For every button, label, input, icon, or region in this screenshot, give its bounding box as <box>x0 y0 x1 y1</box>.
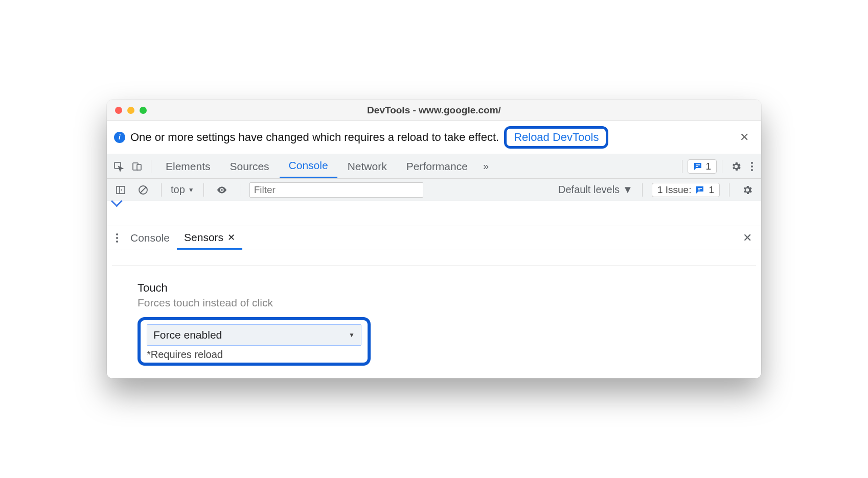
context-selector[interactable]: top ▼ <box>171 184 194 196</box>
separator <box>203 183 204 197</box>
kebab-menu-icon[interactable] <box>746 162 758 171</box>
window-title: DevTools - www.google.com/ <box>107 105 761 116</box>
drawer-tab-sensors[interactable]: Sensors ✕ <box>177 226 242 250</box>
main-toolbar: Elements Sources Console Network Perform… <box>107 154 761 179</box>
issues-counter[interactable]: 1 <box>688 159 717 174</box>
close-window-button[interactable] <box>115 107 122 114</box>
select-value: Force enabled <box>153 329 222 341</box>
svg-rect-9 <box>698 189 700 190</box>
more-tabs-button[interactable]: » <box>478 160 494 172</box>
tab-sources[interactable]: Sources <box>221 154 279 178</box>
devtools-window: DevTools - www.google.com/ i One or more… <box>107 100 761 378</box>
svg-rect-4 <box>696 166 698 167</box>
separator <box>151 160 151 173</box>
info-icon: i <box>114 132 125 143</box>
separator <box>722 160 722 173</box>
console-settings-gear-icon[interactable] <box>739 181 756 199</box>
separator <box>682 160 682 173</box>
issues-count: 1 <box>705 161 711 172</box>
dismiss-infobar-button[interactable]: ✕ <box>735 129 754 146</box>
dropdown-arrow-icon: ▼ <box>349 331 355 339</box>
issues-pill[interactable]: 1 Issue: 1 <box>652 183 720 197</box>
context-label: top <box>171 184 185 196</box>
issues-label: 1 Issue: <box>657 184 692 196</box>
svg-rect-3 <box>696 164 700 165</box>
dropdown-arrow-icon: ▼ <box>623 184 633 196</box>
info-message: One or more settings have changed which … <box>130 131 499 144</box>
drawer-tabbar: Console Sensors ✕ ✕ <box>107 226 761 250</box>
highlighted-setting: Force enabled ▼ *Requires reload <box>138 317 371 366</box>
divider <box>112 378 756 378</box>
close-drawer-button[interactable]: ✕ <box>738 229 757 247</box>
reload-devtools-button[interactable]: Reload DevTools <box>504 126 608 149</box>
svg-rect-2 <box>137 164 141 170</box>
device-toolbar-icon[interactable] <box>128 158 146 175</box>
svg-rect-8 <box>698 188 702 189</box>
tab-network[interactable]: Network <box>338 154 396 178</box>
setting-title: Touch <box>138 281 730 295</box>
dropdown-arrow-icon: ▼ <box>188 186 194 194</box>
message-icon <box>695 185 704 195</box>
separator <box>240 183 240 197</box>
levels-label: Default levels <box>558 184 620 196</box>
touch-mode-select[interactable]: Force enabled ▼ <box>147 324 361 346</box>
log-levels-selector[interactable]: Default levels ▼ <box>558 184 633 196</box>
settings-gear-icon[interactable] <box>727 158 745 175</box>
drawer-kebab-menu-icon[interactable] <box>111 233 123 243</box>
requires-reload-note: *Requires reload <box>147 349 361 361</box>
console-output <box>107 201 761 226</box>
drawer-tab-label: Console <box>130 232 170 244</box>
console-filter-input[interactable] <box>249 182 423 198</box>
inspect-element-icon[interactable] <box>110 158 127 175</box>
issues-count: 1 <box>709 184 714 196</box>
minimize-window-button[interactable] <box>127 107 134 114</box>
drawer-tab-console[interactable]: Console <box>123 226 177 250</box>
reload-info-bar: i One or more settings have changed whic… <box>107 121 761 154</box>
drawer-tab-label: Sensors <box>184 231 223 244</box>
setting-description: Forces touch instead of click <box>138 297 730 309</box>
maximize-window-button[interactable] <box>140 107 147 114</box>
tab-elements[interactable]: Elements <box>156 154 220 178</box>
titlebar: DevTools - www.google.com/ <box>107 100 761 121</box>
live-expression-icon[interactable] <box>213 181 231 199</box>
tab-performance[interactable]: Performance <box>397 154 477 178</box>
svg-point-7 <box>221 189 223 191</box>
console-sidebar-toggle-icon[interactable] <box>112 181 129 199</box>
close-tab-icon[interactable]: ✕ <box>227 232 235 243</box>
console-toolbar: top ▼ Default levels ▼ 1 Issue: 1 <box>107 179 761 201</box>
message-icon <box>693 162 702 171</box>
separator <box>161 183 162 197</box>
traffic-lights <box>115 107 147 114</box>
separator <box>729 183 729 197</box>
tab-console[interactable]: Console <box>280 154 337 178</box>
clear-console-icon[interactable] <box>134 181 152 199</box>
sensors-panel: Touch Forces touch instead of click Forc… <box>107 266 761 378</box>
separator <box>642 183 643 197</box>
